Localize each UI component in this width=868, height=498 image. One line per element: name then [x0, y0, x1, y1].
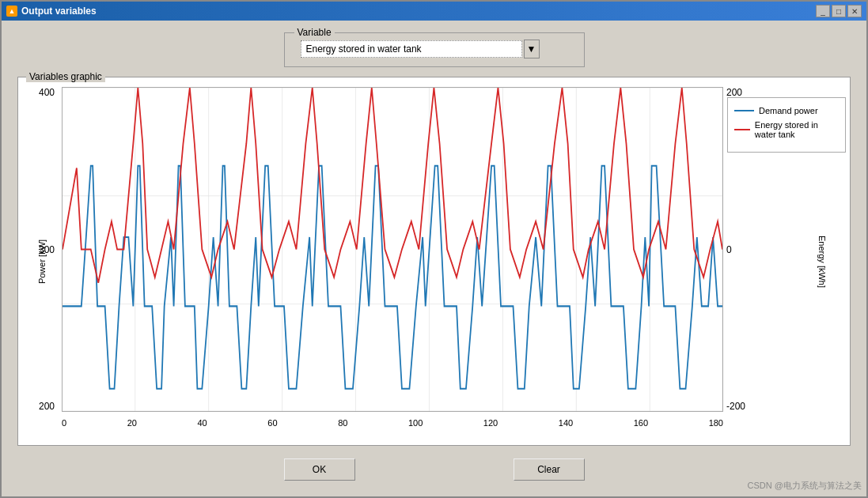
x-tick-80: 80 [338, 418, 347, 428]
y-tick-left-400: 400 [39, 87, 55, 98]
y-tick-right-neg200: -200 [726, 401, 745, 412]
clear-button[interactable]: Clear [514, 458, 585, 481]
buttons-area: OK Clear [17, 452, 851, 489]
title-bar-left: ▲ Output variables [6, 6, 97, 17]
x-tick-180: 180 [709, 418, 723, 428]
variable-legend-label: Variable [294, 27, 335, 38]
variable-box: Variable Energy stored in water tank Dem… [284, 32, 585, 67]
x-tick-20: 20 [127, 418, 137, 428]
chart-plot-area [62, 87, 723, 412]
legend-line-energy [734, 129, 750, 130]
title-buttons[interactable]: _ □ ✕ [816, 5, 862, 17]
dropdown-arrow-icon[interactable]: ▼ [524, 40, 540, 58]
chart-section-label: Variables graphic [26, 71, 105, 82]
y-axis-right-label: Energy [kWh] [817, 235, 827, 287]
x-tick-40: 40 [198, 418, 207, 428]
ok-button[interactable]: OK [284, 458, 355, 481]
x-tick-0: 0 [62, 418, 66, 428]
legend-line-demand [734, 110, 754, 111]
app-icon: ▲ [6, 6, 17, 17]
legend-item-demand: Demand power [734, 106, 839, 115]
title-bar: ▲ Output variables _ □ ✕ [2, 2, 866, 21]
x-tick-120: 120 [483, 418, 498, 428]
x-tick-100: 100 [408, 418, 423, 428]
watermark: CSDN @电力系统与算法之美 [748, 480, 862, 492]
variable-dropdown[interactable]: Energy stored in water tank Demand power [301, 40, 522, 58]
y-tick-left-300: 300 [39, 244, 55, 255]
main-window: ▲ Output variables _ □ ✕ Variable Energy… [0, 0, 868, 498]
window-title: Output variables [21, 6, 97, 17]
close-button[interactable]: ✕ [847, 5, 862, 17]
variable-select-wrapper: Energy stored in water tank Demand power… [301, 40, 568, 58]
variable-section: Variable Energy stored in water tank Dem… [17, 32, 851, 67]
x-tick-160: 160 [634, 418, 648, 428]
y-tick-left-200: 200 [39, 401, 55, 412]
minimize-button[interactable]: _ [816, 5, 830, 17]
content-area: Variable Energy stored in water tank Dem… [2, 21, 866, 496]
maximize-button[interactable]: □ [832, 5, 846, 17]
y-tick-right-0: 0 [726, 244, 732, 255]
y-tick-right-200: 200 [726, 87, 742, 98]
legend-label-energy: Energy stored in water tank [755, 120, 839, 139]
x-tick-60: 60 [267, 418, 277, 428]
legend-box: Demand power Energy stored in water tank [727, 97, 846, 153]
legend-label-demand: Demand power [759, 106, 818, 115]
legend-item-energy: Energy stored in water tank [734, 120, 839, 139]
x-tick-140: 140 [559, 418, 573, 428]
chart-section: Variables graphic Power [kW] 400 300 200 [17, 77, 851, 446]
